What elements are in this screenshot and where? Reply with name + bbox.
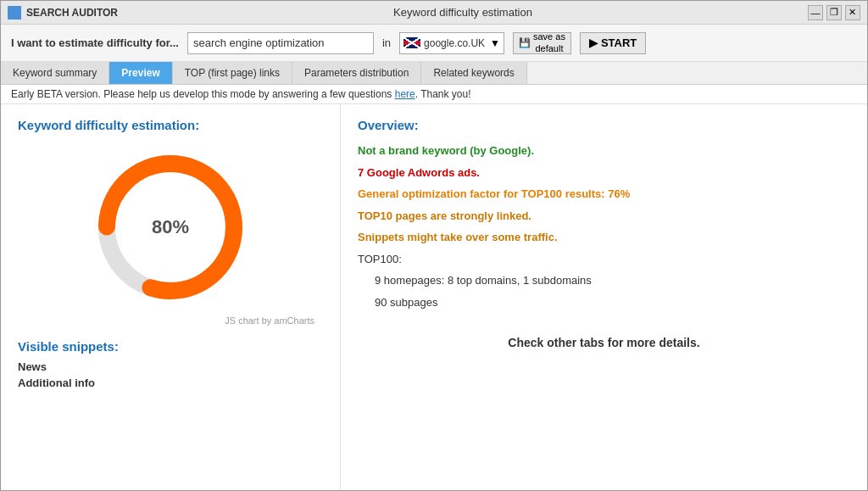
- snippet-news: News: [18, 360, 323, 373]
- overview-line-7: 9 homepages: 8 top domains, 1 subdomains: [358, 272, 850, 289]
- tab-preview[interactable]: Preview: [109, 62, 172, 84]
- play-icon: ▶: [589, 36, 598, 49]
- tab-keyword-summary-label: Keyword summary: [13, 67, 97, 79]
- keyword-input[interactable]: [187, 32, 374, 54]
- title-bar: SEARCH AUDITOR Keyword difficulty estima…: [1, 1, 867, 25]
- tab-related-keywords[interactable]: Related keywords: [421, 62, 526, 84]
- left-panel: Keyword difficulty estimation: 80% JS ch…: [1, 104, 340, 490]
- tab-related-keywords-label: Related keywords: [433, 67, 514, 79]
- toolbar: I want to estimate difficulty for... in …: [1, 25, 867, 62]
- engine-dropdown-arrow: ▼: [490, 37, 500, 49]
- right-panel: Overview: Not a brand keyword (by Google…: [340, 104, 867, 490]
- toolbar-label: I want to estimate difficulty for...: [11, 36, 179, 49]
- restore-button[interactable]: ❐: [826, 5, 842, 20]
- snippet-additional-info: Additional info: [18, 377, 323, 389]
- tab-top-links-label: TOP (first page) links: [185, 67, 280, 79]
- content-area: Keyword difficulty estimation: 80% JS ch…: [1, 104, 867, 490]
- snippets-title: Visible snippets:: [18, 339, 323, 354]
- window-controls: — ❐ ✕: [808, 5, 860, 20]
- overview-line-4: TOP10 pages are strongly linked.: [358, 208, 850, 225]
- beta-link[interactable]: here: [395, 88, 415, 100]
- in-label: in: [382, 36, 391, 49]
- overview-line-5: Snippets might take over some traffic.: [358, 229, 850, 246]
- window-title: Keyword difficulty estimation: [393, 6, 532, 19]
- save-icon: 💾: [519, 37, 531, 48]
- minimize-button[interactable]: —: [808, 5, 823, 20]
- check-other-text: Check other tabs for more details.: [358, 336, 850, 349]
- tab-keyword-summary[interactable]: Keyword summary: [1, 62, 109, 84]
- engine-select[interactable]: google.co.UK ▼: [399, 32, 504, 54]
- tabs-bar: Keyword summary Preview TOP (first page)…: [1, 62, 867, 85]
- beta-text-after: . Thank you!: [415, 88, 471, 100]
- tab-top-links[interactable]: TOP (first page) links: [173, 62, 292, 84]
- app-logo-icon: [8, 6, 21, 20]
- tab-parameters-distribution-label: Parameters distribution: [304, 67, 409, 79]
- beta-text-before: Early BETA version. Please help us devel…: [11, 88, 395, 100]
- overview-line-2: 7 Google Adwords ads.: [358, 165, 850, 181]
- app-title-area: SEARCH AUDITOR: [8, 6, 118, 20]
- overview-title: Overview:: [358, 118, 850, 132]
- difficulty-title: Keyword difficulty estimation:: [18, 118, 323, 132]
- tab-preview-label: Preview: [121, 67, 159, 79]
- save-label: save asdefault: [533, 31, 565, 53]
- app-title: SEARCH AUDITOR: [26, 7, 118, 19]
- main-window: SEARCH AUDITOR Keyword difficulty estima…: [0, 0, 868, 491]
- start-button[interactable]: ▶ START: [580, 32, 646, 54]
- beta-bar: Early BETA version. Please help us devel…: [1, 85, 867, 104]
- donut-chart: 80%: [86, 142, 255, 312]
- chart-credit: JS chart by amCharts: [18, 315, 314, 326]
- save-default-button[interactable]: 💾 save asdefault: [513, 32, 571, 54]
- uk-flag-icon: [403, 37, 420, 48]
- overview-line-1: Not a brand keyword (by Google).: [358, 142, 850, 159]
- start-label: START: [601, 36, 637, 49]
- engine-select-text: google.co.UK: [424, 37, 485, 49]
- close-button[interactable]: ✕: [845, 5, 860, 20]
- overview-line-3: General optimization factor for TOP100 r…: [358, 186, 850, 203]
- tab-parameters-distribution[interactable]: Parameters distribution: [292, 62, 421, 84]
- donut-label: 80%: [152, 216, 189, 238]
- overview-line-6: TOP100:: [358, 251, 850, 268]
- overview-line-8: 90 subpages: [358, 294, 850, 311]
